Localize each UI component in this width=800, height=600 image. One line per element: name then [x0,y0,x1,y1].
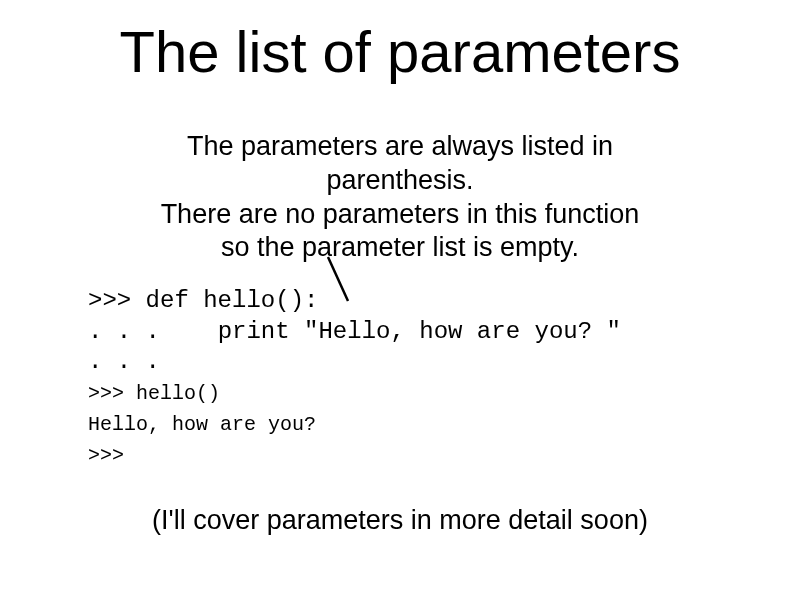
code-line-1: >>> def hello(): [88,287,318,314]
slide-subtitle: The parameters are always listed in pare… [0,130,800,265]
code-line-2-rest: print "Hello, how are you? " [160,318,621,345]
subtitle-line-4: so the parameter list is empty. [221,232,579,262]
slide: The list of parameters The parameters ar… [0,0,800,600]
footer-note: (I'll cover parameters in more detail so… [0,505,800,536]
subtitle-line-3: There are no parameters in this function [161,199,640,229]
subtitle-line-2: parenthesis. [326,165,473,195]
code-line-5: Hello, how are you? [88,413,316,436]
code-block: >>> def hello(): . . . print "Hello, how… [88,286,708,470]
code-line-2-prefix: . . . [88,318,160,345]
code-line-6: >>> [88,444,124,467]
subtitle-line-1: The parameters are always listed in [187,131,613,161]
code-line-3: . . . [88,348,160,375]
code-line-4: >>> hello() [88,382,220,405]
slide-title: The list of parameters [0,18,800,85]
